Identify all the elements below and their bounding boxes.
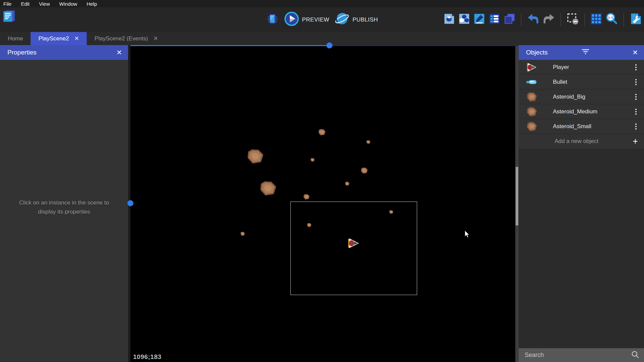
object-list-item[interactable]: Bullet (519, 75, 644, 89)
object-menu-icon[interactable] (634, 78, 638, 86)
asteroid-big-instance[interactable] (260, 181, 276, 195)
toolbar-separator (585, 13, 585, 27)
toolbar-separator (623, 13, 624, 27)
add-object-button[interactable]: Add a new object + (519, 134, 644, 149)
close-panel-icon[interactable]: ✕ (116, 48, 122, 57)
menu-window[interactable]: Window (59, 1, 77, 7)
plus-icon[interactable]: + (633, 137, 638, 146)
zoom-1-1-button[interactable]: 1:1 (605, 12, 618, 27)
menu-view[interactable]: View (39, 1, 50, 7)
scene-instances-layer (130, 45, 519, 362)
close-tab-icon[interactable]: ✕ (74, 36, 79, 41)
properties-panel-title: Properties (7, 49, 37, 56)
preview-label: PREVIEW (302, 16, 329, 23)
tab-playscene2-label: PlayScene2 (38, 35, 69, 42)
publish-label: PUBLISH (353, 16, 378, 23)
selection-mask-button[interactable] (566, 12, 579, 27)
canvas-vertical-scrollbar[interactable] (515, 45, 519, 362)
canvas-border-dark (333, 45, 519, 46)
object-menu-icon[interactable] (634, 63, 638, 72)
object-list: Player Bullet Asteroid_Big Asteroid_Medi… (519, 60, 644, 134)
asteroid-medium-instance[interactable] (304, 194, 310, 200)
menu-edit[interactable]: Edit (21, 1, 30, 7)
undo-button[interactable] (527, 12, 539, 27)
object-list-item[interactable]: Asteroid_Small (519, 119, 644, 134)
objects-editor-button[interactable] (443, 13, 455, 27)
instances-button[interactable] (458, 13, 470, 27)
toolbar: PREVIEW PUBLISH (0, 7, 644, 32)
object-menu-icon[interactable] (634, 122, 638, 131)
windows-stack-button[interactable] (504, 13, 516, 27)
gdevelop-app: File Edit View Window Help (0, 0, 644, 362)
debug-button[interactable] (266, 12, 279, 27)
scene-settings-button[interactable] (629, 12, 642, 27)
object-list-item[interactable]: Asteroid_Big (519, 89, 644, 104)
mouse-cursor-icon (465, 230, 471, 240)
close-panel-icon[interactable]: ✕ (632, 48, 638, 57)
asteroid-small-instance[interactable] (345, 182, 350, 186)
object-menu-icon[interactable] (634, 93, 638, 101)
tab-playscene2[interactable]: PlayScene2 ✕ (31, 32, 87, 45)
debug-bug-icon (266, 12, 279, 27)
layers-list-icon (488, 13, 500, 27)
tab-home-label: Home (8, 35, 23, 42)
redo-button[interactable] (542, 12, 555, 27)
resize-handle-top-icon[interactable] (326, 42, 332, 48)
properties-panel-header: Properties ✕ (0, 45, 128, 60)
tab-bar: Home PlayScene2 ✕ PlayScene2 (Events) ✕ (0, 32, 644, 45)
pencil-edit-icon (473, 13, 485, 27)
publish-globe-icon (335, 11, 350, 28)
scrollbar-thumb[interactable] (516, 167, 518, 225)
play-circle-icon (284, 11, 299, 28)
player-ship-instance[interactable] (348, 238, 360, 250)
grid-icon (590, 13, 602, 27)
menu-file[interactable]: File (3, 1, 11, 7)
selection-mask-icon (566, 12, 579, 27)
tab-playscene2-events-label: PlayScene2 (Events) (94, 35, 148, 42)
asteroid-medium-instance[interactable] (361, 168, 368, 174)
objects-panel-header: Objects ✕ (519, 45, 644, 60)
project-manager-button[interactable] (2, 9, 16, 25)
asteroid-small-instance[interactable] (311, 158, 315, 162)
undo-icon (527, 12, 539, 27)
properties-empty-message: Click on an instance in the scene to dis… (0, 198, 128, 216)
tab-home[interactable]: Home (0, 32, 31, 45)
publish-button[interactable]: PUBLISH (335, 11, 378, 28)
toolbar-separator (521, 13, 521, 27)
close-tab-icon[interactable]: ✕ (153, 36, 158, 41)
object-menu-icon[interactable] (634, 107, 638, 116)
grid-button[interactable] (590, 13, 602, 27)
tab-playscene2-events[interactable]: PlayScene2 (Events) ✕ (87, 32, 166, 45)
resize-handle-left-icon[interactable] (127, 200, 133, 206)
asteroid-small-instance[interactable] (241, 232, 245, 236)
bullet-icon (526, 77, 537, 87)
filter-icon[interactable] (581, 49, 590, 56)
menu-help[interactable]: Help (87, 1, 97, 7)
layers-list-button[interactable] (488, 13, 500, 27)
scene-canvas[interactable]: 1096;183 (130, 45, 519, 362)
toolbar-right: 1:1 (443, 7, 642, 32)
asteroid-icon (526, 106, 537, 117)
search-icon (631, 351, 639, 360)
scene-edit-button[interactable] (473, 13, 485, 27)
asteroid-big-instance[interactable] (248, 149, 264, 164)
project-manager-icon (2, 9, 16, 25)
object-list-item[interactable]: Asteroid_Medium (519, 104, 644, 119)
objects-panel-empty-space (519, 149, 644, 348)
asteroid-icon (526, 121, 537, 132)
svg-text:1:1: 1:1 (608, 15, 613, 19)
player-ship-icon (526, 62, 537, 73)
instances-cubes-icon (458, 13, 470, 27)
wrench-settings-icon (629, 12, 642, 27)
properties-panel: Properties ✕ Click on an instance in the… (0, 45, 128, 362)
canvas-focus-border (130, 45, 333, 46)
asteroid-small-instance[interactable] (366, 140, 370, 144)
object-list-item[interactable]: Player (519, 60, 644, 75)
search-input[interactable] (525, 352, 631, 359)
menu-bar: File Edit View Window Help (0, 0, 644, 7)
asteroid-medium-instance[interactable] (319, 129, 326, 136)
zoom-1-1-icon: 1:1 (605, 12, 618, 27)
preview-button[interactable]: PREVIEW (284, 11, 329, 28)
add-object-label: Add a new object (555, 138, 598, 145)
objects-editor-icon (443, 13, 455, 27)
